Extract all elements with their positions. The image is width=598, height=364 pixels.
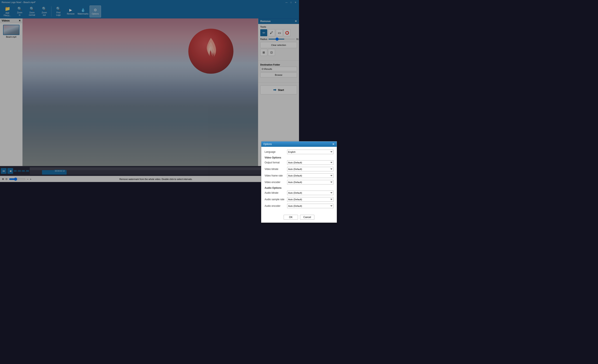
output-format-row: Output format Auto (Default) bbox=[265, 160, 299, 165]
dialog-content: Language English French German Spanish I… bbox=[261, 147, 299, 182]
language-row: Language English French German Spanish I… bbox=[265, 150, 299, 154]
options-dialog: Options ✕ Language English French German… bbox=[261, 141, 299, 182]
language-label: Language bbox=[265, 150, 287, 153]
video-encoder-row: Video encoder Auto (Default) bbox=[265, 180, 299, 182]
video-bitrate-label: Video bitrate bbox=[265, 168, 287, 170]
output-format-select[interactable]: Auto (Default) bbox=[287, 160, 299, 165]
video-framerate-row: Video frame rate Auto (Default) bbox=[265, 173, 299, 178]
language-select[interactable]: English French German Spanish Italian Ru… bbox=[287, 150, 299, 154]
video-options-label: Video Options bbox=[265, 156, 299, 159]
dialog-titlebar: Options ✕ bbox=[261, 141, 299, 147]
dialog-title: Options bbox=[263, 143, 272, 146]
video-framerate-select[interactable]: Auto (Default) bbox=[287, 173, 299, 178]
video-bitrate-row: Video bitrate Auto (Default) bbox=[265, 167, 299, 171]
video-encoder-select[interactable]: Auto (Default) bbox=[287, 180, 299, 182]
video-encoder-label: Video encoder bbox=[265, 181, 287, 182]
video-framerate-label: Video frame rate bbox=[265, 174, 287, 177]
dialog-overlay[interactable]: Options ✕ Language English French German… bbox=[0, 0, 299, 182]
output-format-label: Output format bbox=[265, 161, 287, 164]
video-bitrate-select[interactable]: Auto (Default) bbox=[287, 167, 299, 171]
